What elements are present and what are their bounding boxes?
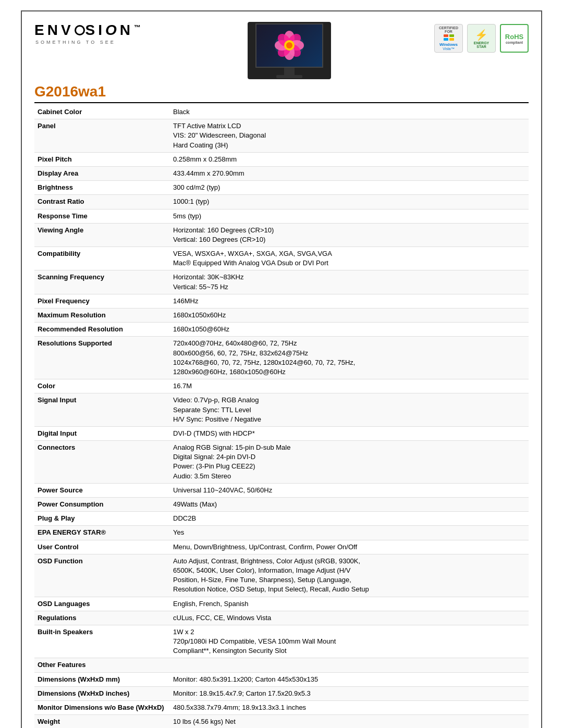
spec-value: 10 lbs (4.56 kgs) Net12 lbs (5.45 kgs) G… <box>170 715 529 728</box>
spec-value: DVI-D (TMDS) with HDCP* <box>170 426 529 440</box>
spec-value <box>170 658 529 672</box>
table-row: Brightness300 cd/m2 (typ) <box>34 181 529 195</box>
rohs-badge: RoHS compliant <box>500 24 529 53</box>
spec-label: Pixel Pitch <box>34 152 170 166</box>
windows-logo <box>444 34 454 41</box>
spec-label: Other Features <box>34 658 170 672</box>
spec-value: TFT Active Matrix LCDVIS: 20" Widescreen… <box>170 119 529 153</box>
table-row: Pixel Frequency146MHz <box>34 294 529 308</box>
spec-label: Weight <box>34 715 170 728</box>
spec-value: Auto Adjust, Contrast, Brightness, Color… <box>170 554 529 597</box>
header-badges: CERTIFIED FOR Windows Vista™ ⚡ ENERGY ST… <box>434 24 529 53</box>
table-row: Other Features <box>34 658 529 672</box>
spec-value: Yes <box>170 526 529 540</box>
spec-label: Dimensions (WxHxD inches) <box>34 686 170 700</box>
spec-label: Dimensions (WxHxD mm) <box>34 672 170 686</box>
spec-label: Recommended Resolution <box>34 323 170 337</box>
spec-value: Menu, Down/Brightness, Up/Contrast, Conf… <box>170 540 529 554</box>
spec-label: Plug & Play <box>34 512 170 526</box>
energy-star-badge: ⚡ ENERGY STAR <box>467 24 496 53</box>
table-row: Pixel Pitch0.258mm x 0.258mm <box>34 152 529 166</box>
spec-value: Horizontal: 30K~83KHzVertical: 55~75 Hz <box>170 270 529 294</box>
table-row: Viewing AngleHorizontal: 160 Degrees (CR… <box>34 223 529 246</box>
spec-label: Signal Input <box>34 393 170 427</box>
monitor-image <box>248 22 331 79</box>
table-row: PanelTFT Active Matrix LCDVIS: 20" Wides… <box>34 119 529 153</box>
monitor-screen <box>255 23 323 68</box>
spec-value: 1680x1050x60Hz <box>170 309 529 323</box>
product-title: G2016wa1 <box>34 83 529 103</box>
spec-label: Power Consumption <box>34 498 170 512</box>
spec-value: 1W x 2720p/1080i HD Compatible, VESA 100… <box>170 625 529 658</box>
spec-value: 16.7M <box>170 379 529 393</box>
spec-label: Digital Input <box>34 426 170 440</box>
windows-badge: CERTIFIED FOR Windows Vista™ <box>434 24 463 53</box>
product-page: ENVSION™ SOMETHING TO SEE <box>21 10 542 728</box>
bolt-icon: ⚡ <box>475 29 488 41</box>
spec-value: DDC2B <box>170 512 529 526</box>
spec-label: OSD Languages <box>34 597 170 611</box>
spec-label: Monitor Dimensions w/o Base (WxHxD) <box>34 701 170 715</box>
spec-label: Panel <box>34 119 170 153</box>
table-row: Power Consumption49Watts (Max) <box>34 498 529 512</box>
spec-value: 49Watts (Max) <box>170 498 529 512</box>
spec-label: Color <box>34 379 170 393</box>
spec-label: EPA ENERGY STAR® <box>34 526 170 540</box>
table-row: Contrast Ratio1000:1 (typ) <box>34 195 529 209</box>
monitor-image-area <box>248 22 331 79</box>
table-row: Dimensions (WxHxD inches)Monitor: 18.9x1… <box>34 686 529 700</box>
spec-value: 480.5x338.7x79.4mm; 18.9x13.3x3.1 inches <box>170 701 529 715</box>
spec-label: Response Time <box>34 209 170 223</box>
brand-logo: ENVSION™ <box>34 22 144 39</box>
table-row: Power SourceUniversal 110~240VAC, 50/60H… <box>34 483 529 497</box>
svg-point-10 <box>286 42 292 48</box>
table-row: EPA ENERGY STAR®Yes <box>34 526 529 540</box>
flower-graphic <box>271 29 308 63</box>
table-row: Cabinet ColorBlack <box>34 105 529 119</box>
spec-value: VESA, WSXGA+, WXGA+, SXGA, XGA, SVGA,VGA… <box>170 247 529 270</box>
spec-value: 300 cd/m2 (typ) <box>170 181 529 195</box>
table-row: Dimensions (WxHxD mm)Monitor: 480.5x391.… <box>34 672 529 686</box>
table-row: Monitor Dimensions w/o Base (WxHxD)480.5… <box>34 701 529 715</box>
spec-value: Video: 0.7Vp-p, RGB AnalogSeparate Sync:… <box>170 393 529 427</box>
spec-value: Analog RGB Signal: 15-pin D-sub MaleDigi… <box>170 441 529 484</box>
spec-label: Connectors <box>34 441 170 484</box>
spec-label: OSD Function <box>34 554 170 597</box>
table-row: Response Time5ms (typ) <box>34 209 529 223</box>
spec-label: Resolutions Supported <box>34 337 170 379</box>
rohs-text: RoHS <box>505 33 523 41</box>
spec-label: Brightness <box>34 181 170 195</box>
spec-value: 0.258mm x 0.258mm <box>170 152 529 166</box>
table-row: OSD LanguagesEnglish, French, Spanish <box>34 597 529 611</box>
table-row: ConnectorsAnalog RGB Signal: 15-pin D-su… <box>34 441 529 484</box>
monitor-base <box>276 75 302 78</box>
spec-value: Monitor: 18.9x15.4x7.9; Carton 17.5x20.9… <box>170 686 529 700</box>
table-row: Resolutions Supported720x400@70Hz, 640x4… <box>34 337 529 379</box>
spec-label: Built-in Speakers <box>34 625 170 658</box>
spec-label: Scanning Frequency <box>34 270 170 294</box>
header: ENVSION™ SOMETHING TO SEE <box>34 22 529 79</box>
spec-value: 1000:1 (typ) <box>170 195 529 209</box>
spec-value: English, French, Spanish <box>170 597 529 611</box>
table-row: CompatibilityVESA, WSXGA+, WXGA+, SXGA, … <box>34 247 529 270</box>
spec-value: 1680x1050@60Hz <box>170 323 529 337</box>
table-row: Recommended Resolution1680x1050@60Hz <box>34 323 529 337</box>
table-row: Scanning FrequencyHorizontal: 30K~83KHzV… <box>34 270 529 294</box>
table-row: OSD FunctionAuto Adjust, Contrast, Brigh… <box>34 554 529 597</box>
spec-label: Viewing Angle <box>34 223 170 246</box>
spec-label: Maximum Resolution <box>34 309 170 323</box>
spec-value: 433.44mm x 270.90mm <box>170 166 529 180</box>
spec-value: Black <box>170 105 529 119</box>
table-row: RegulationscULus, FCC, CE, Windows Vista <box>34 611 529 625</box>
spec-label: User Control <box>34 540 170 554</box>
spec-value: 5ms (typ) <box>170 209 529 223</box>
table-row: Maximum Resolution1680x1050x60Hz <box>34 309 529 323</box>
table-row: Digital InputDVI-D (TMDS) with HDCP* <box>34 426 529 440</box>
spec-label: Regulations <box>34 611 170 625</box>
spec-label: Display Area <box>34 166 170 180</box>
spec-label: Cabinet Color <box>34 105 170 119</box>
table-row: Signal InputVideo: 0.7Vp-p, RGB AnalogSe… <box>34 393 529 427</box>
spec-value: Universal 110~240VAC, 50/60Hz <box>170 483 529 497</box>
spec-value: 720x400@70Hz, 640x480@60, 72, 75Hz800x60… <box>170 337 529 379</box>
spec-value: Monitor: 480.5x391.1x200; Carton 445x530… <box>170 672 529 686</box>
